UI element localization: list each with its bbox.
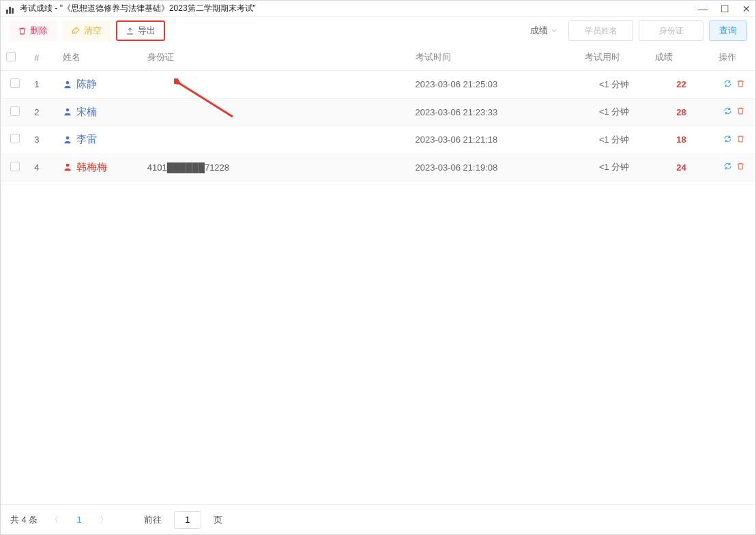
th-index: # bbox=[29, 44, 57, 71]
student-name-link[interactable]: 陈静 bbox=[63, 78, 97, 91]
row-idcard bbox=[142, 98, 410, 126]
student-name-link[interactable]: 李雷 bbox=[63, 133, 97, 146]
student-name: 韩梅梅 bbox=[76, 161, 107, 174]
student-name: 宋楠 bbox=[76, 106, 97, 119]
goto-label-post: 页 bbox=[214, 514, 222, 526]
person-icon bbox=[63, 162, 72, 172]
next-page-button[interactable]: 〉 bbox=[97, 514, 111, 526]
table-row: 3李雷2023-03-06 21:21:18<1 分钟18 bbox=[1, 126, 755, 154]
th-op: 操作 bbox=[713, 44, 755, 71]
sort-label: 成绩 bbox=[530, 25, 548, 37]
goto-label-pre: 前往 bbox=[144, 514, 162, 526]
row-score: 22 bbox=[676, 79, 686, 89]
row-idcard bbox=[142, 126, 410, 154]
row-time: 2023-03-06 21:23:33 bbox=[410, 98, 579, 126]
row-duration: <1 分钟 bbox=[579, 154, 650, 182]
results-table: # 姓名 身份证 考试时间 考试用时 成绩 操作 1陈静2023-03-06 2… bbox=[1, 44, 755, 182]
prev-page-button[interactable]: 〈 bbox=[47, 514, 61, 526]
svg-point-1 bbox=[66, 81, 69, 84]
chevron-down-icon bbox=[551, 27, 557, 34]
clear-button[interactable]: 清空 bbox=[62, 20, 111, 41]
export-icon bbox=[126, 27, 134, 35]
th-score: 成绩 bbox=[650, 44, 713, 71]
svg-point-2 bbox=[66, 109, 69, 112]
current-page[interactable]: 1 bbox=[71, 515, 87, 525]
app-window: 考试成绩 - "《思想道德修养与法律基础》2023第二学期期末考试" — ☐ ✕… bbox=[0, 0, 756, 535]
broom-icon bbox=[71, 26, 81, 35]
refresh-icon[interactable] bbox=[723, 134, 732, 143]
student-name-input[interactable] bbox=[568, 20, 633, 41]
student-name: 陈静 bbox=[76, 78, 97, 91]
total-count: 共 4 条 bbox=[10, 514, 38, 526]
row-index: 2 bbox=[29, 98, 57, 126]
titlebar: 考试成绩 - "《思想道德修养与法律基础》2023第二学期期末考试" — ☐ ✕ bbox=[1, 1, 755, 17]
th-time: 考试时间 bbox=[410, 44, 579, 71]
row-time: 2023-03-06 21:19:08 bbox=[410, 154, 579, 182]
refresh-icon[interactable] bbox=[723, 106, 732, 115]
trash-icon[interactable] bbox=[736, 79, 745, 88]
idcard-input[interactable] bbox=[639, 20, 703, 41]
person-icon bbox=[63, 107, 72, 117]
row-score: 28 bbox=[676, 107, 686, 117]
refresh-icon[interactable] bbox=[723, 79, 732, 88]
row-checkbox[interactable] bbox=[10, 106, 20, 116]
window-controls: — ☐ ✕ bbox=[698, 4, 751, 14]
row-index: 1 bbox=[29, 71, 57, 99]
table-row: 4韩梅梅4101██████712282023-03-06 21:19:08<1… bbox=[1, 154, 755, 182]
refresh-icon[interactable] bbox=[723, 162, 732, 171]
row-index: 3 bbox=[29, 126, 57, 154]
export-label: 导出 bbox=[138, 25, 156, 37]
window-title: 考试成绩 - "《思想道德修养与法律基础》2023第二学期期末考试" bbox=[20, 3, 256, 14]
table-row: 1陈静2023-03-06 21:25:03<1 分钟22 bbox=[1, 71, 755, 99]
close-button[interactable]: ✕ bbox=[742, 4, 751, 14]
pagination-bar: 共 4 条 〈 1 〉 前往 页 bbox=[1, 504, 755, 534]
select-all-checkbox[interactable] bbox=[6, 52, 16, 61]
trash-icon[interactable] bbox=[736, 162, 745, 171]
row-idcard: 4101██████71228 bbox=[142, 154, 410, 182]
maximize-button[interactable]: ☐ bbox=[720, 4, 729, 14]
trash-icon bbox=[18, 27, 27, 35]
student-name: 李雷 bbox=[76, 133, 97, 146]
minimize-button[interactable]: — bbox=[698, 4, 708, 14]
svg-point-4 bbox=[66, 164, 69, 167]
delete-button[interactable]: 删除 bbox=[9, 20, 57, 41]
row-time: 2023-03-06 21:25:03 bbox=[410, 71, 579, 99]
table-header-row: # 姓名 身份证 考试时间 考试用时 成绩 操作 bbox=[1, 44, 755, 71]
svg-point-3 bbox=[66, 136, 69, 139]
row-score: 24 bbox=[676, 162, 686, 173]
person-icon bbox=[63, 80, 72, 89]
row-time: 2023-03-06 21:21:18 bbox=[410, 126, 579, 154]
delete-label: 删除 bbox=[30, 25, 48, 37]
row-checkbox[interactable] bbox=[10, 78, 20, 88]
toolbar: 删除 清空 导出 成绩 查询 bbox=[1, 17, 755, 44]
row-score: 18 bbox=[676, 134, 686, 145]
export-button[interactable]: 导出 bbox=[116, 20, 165, 41]
th-idcard: 身份证 bbox=[142, 44, 410, 71]
trash-icon[interactable] bbox=[736, 106, 745, 115]
th-name: 姓名 bbox=[57, 44, 142, 71]
th-duration: 考试用时 bbox=[579, 44, 650, 71]
table-row: 2宋楠2023-03-06 21:23:33<1 分钟28 bbox=[1, 98, 755, 126]
goto-page-input[interactable] bbox=[174, 511, 201, 529]
query-button[interactable]: 查询 bbox=[709, 20, 747, 41]
person-icon bbox=[63, 135, 72, 145]
student-name-link[interactable]: 韩梅梅 bbox=[63, 161, 107, 174]
row-duration: <1 分钟 bbox=[579, 126, 650, 154]
row-index: 4 bbox=[29, 154, 57, 182]
clear-label: 清空 bbox=[84, 25, 102, 37]
row-checkbox[interactable] bbox=[10, 134, 20, 143]
sort-select[interactable]: 成绩 bbox=[525, 20, 563, 41]
content-area: # 姓名 身份证 考试时间 考试用时 成绩 操作 1陈静2023-03-06 2… bbox=[1, 44, 755, 504]
student-name-link[interactable]: 宋楠 bbox=[63, 106, 97, 119]
row-duration: <1 分钟 bbox=[579, 98, 650, 126]
app-logo-icon bbox=[6, 4, 16, 14]
trash-icon[interactable] bbox=[736, 134, 745, 143]
row-checkbox[interactable] bbox=[10, 162, 20, 171]
row-duration: <1 分钟 bbox=[579, 71, 650, 99]
row-idcard bbox=[142, 71, 410, 99]
